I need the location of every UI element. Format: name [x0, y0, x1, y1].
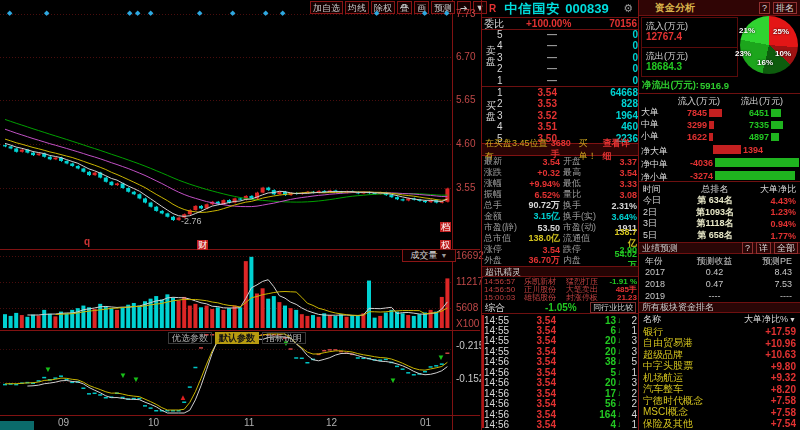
fund-analysis-panel: 资金分析 ? 排名 流入(万元) 12767.4 流出(万元) 18684.3 … — [639, 0, 800, 430]
tick-time: 14:55 — [484, 346, 516, 357]
industry-compare-button[interactable]: 同行业比较 — [590, 302, 636, 313]
forecast-year: 2017 — [645, 267, 679, 278]
forecast-year: 2018 — [645, 279, 679, 290]
sell-row: 4—0 — [497, 40, 638, 51]
scrollbar-handle[interactable] — [0, 421, 34, 430]
indicator-param-buttons: 优选参数默认参数指标说明 — [168, 332, 306, 344]
sell-volume: 0 — [557, 63, 638, 74]
news-value: 21.23 — [617, 293, 637, 302]
toolbar-button-叠[interactable]: 叠 — [397, 1, 412, 14]
signal-arrow-down-icon: ▼ — [389, 377, 397, 385]
gear-icon[interactable]: ⚙ — [623, 2, 633, 15]
flow-in-value: 7845 — [665, 108, 707, 118]
tick-time: 14:56 — [484, 398, 516, 409]
toolbar-button-均线[interactable]: 均线 — [345, 1, 369, 14]
sell-price: — — [509, 75, 557, 86]
forecast-title: 业绩预测 — [642, 242, 678, 255]
stock-header: R 中信国安 000839 ⚙ — [482, 0, 638, 17]
tick-volume: 20 — [556, 346, 616, 357]
tick-time: 14:56 — [484, 419, 516, 430]
sell-row: 2—0 — [497, 63, 638, 74]
sell-price: — — [509, 63, 557, 74]
tick-row: 14:553.5420↓3 — [484, 336, 637, 346]
flow-label: 小单 — [641, 130, 665, 143]
signal-arrow-down-icon: ▼ — [437, 354, 445, 362]
sort-down-icon[interactable]: ▼ — [789, 316, 796, 323]
forecast-row: 20170.428.43 — [641, 267, 798, 278]
toolbar-button-加自选[interactable]: 加自选 — [310, 1, 343, 14]
flow-in-bar-wrap — [707, 133, 723, 141]
stat-value: 3.37 — [608, 157, 637, 167]
flow-in-bar — [709, 121, 714, 129]
level-number: 2 — [497, 63, 509, 74]
time-axis-label: 01 — [420, 417, 431, 428]
flow-out-bar — [771, 133, 779, 141]
tick-volume: 20 — [556, 377, 616, 388]
news-row[interactable]: 15:00:03雄韬股份封涨停板21.23 — [484, 294, 637, 302]
tick-count: 3 — [621, 335, 637, 346]
tick-count: 2 — [621, 315, 637, 326]
tick-row: 14:563.54164↓4 — [484, 409, 637, 419]
quote-panel: R 中信国安 000839 ⚙ 委比 +100.00% 70156 卖盘 买盘 … — [481, 0, 639, 430]
help-button[interactable]: ? — [759, 2, 770, 14]
year-column-header: 年份 — [645, 255, 679, 266]
all-button[interactable]: 全部 — [774, 242, 798, 254]
param-button-优选参数[interactable]: 优选参数 — [168, 332, 212, 344]
level-number: 4 — [497, 121, 509, 132]
buy-price: 3.53 — [509, 98, 557, 109]
stat-value: +9.94% — [527, 179, 560, 189]
pe-column-header: 预测PE — [750, 255, 798, 266]
level-number: 3 — [497, 110, 509, 121]
composite-value: -1.05% — [545, 302, 577, 313]
tick-time: 14:56 — [484, 377, 516, 388]
buy-side-label: 买盘 — [486, 100, 497, 122]
sector-row[interactable]: 保险及其他+7.54 — [641, 418, 798, 429]
volume-indicator-selector[interactable]: 成交量 ▼ — [402, 249, 456, 262]
buy-price: 3.51 — [509, 121, 557, 132]
net-outflow-value: 5916.9 — [700, 80, 729, 91]
detail-button[interactable]: 详 — [756, 242, 771, 254]
flow-row: 中单32997335 — [641, 119, 798, 130]
tick-row: 14:563.544↓1 — [484, 420, 637, 430]
event-diamond-icon: ◆ — [374, 9, 379, 17]
composite-row: 综合 -1.05% 同行业比较 — [482, 302, 638, 314]
signal-arrow-down-icon: ▼ — [132, 376, 140, 384]
help-button[interactable]: ? — [742, 242, 753, 254]
toolbar-button-预测[interactable]: 预测 — [431, 1, 455, 14]
tick-scrollbar[interactable] — [482, 315, 484, 428]
low-price-annotation: -2.76 — [181, 216, 202, 226]
rank-netratio: 1.77% — [753, 231, 798, 241]
sector-sort-header[interactable]: 大单净比% — [744, 313, 788, 326]
level-number: 1 — [497, 75, 509, 86]
event-diamond-icon: ◆ — [197, 9, 202, 17]
stat-row: 外盘36.70万内盘54.02万 — [484, 255, 637, 266]
forecast-pe: ---- — [750, 291, 798, 302]
flow-in-value: 3299 — [665, 120, 707, 130]
sell-volume: 0 — [557, 29, 638, 40]
buy-price: 3.52 — [509, 110, 557, 121]
rank-table-header: 时间 总排名 大单净比 — [641, 183, 798, 194]
event-diamond-icon: ◆ — [280, 9, 285, 17]
level-number: 2 — [497, 98, 509, 109]
tick-time: 14:56 — [484, 409, 516, 420]
sector-netratio: +9.32 — [771, 372, 796, 383]
tick-price: 3.54 — [516, 335, 556, 346]
event-diamond-icon: ◆ — [7, 9, 12, 17]
param-button-指标说明[interactable]: 指标说明 — [262, 332, 306, 344]
ranking-button[interactable]: 排名 — [773, 2, 797, 14]
rank-row: 2日第1093名1.23% — [641, 207, 798, 218]
volume-axis-label: 16692 — [456, 250, 484, 261]
stat-value: 3.08 — [608, 190, 637, 200]
price-axis-label: 5.65 — [456, 94, 475, 105]
kline-chart-canvas[interactable] — [0, 0, 481, 430]
tick-count: 1 — [621, 325, 637, 336]
time-axis-label: 11 — [244, 417, 254, 428]
event-diamond-icon: ◆ — [263, 9, 268, 17]
sector-netratio: +7.58 — [771, 407, 796, 418]
sell-price: — — [509, 52, 557, 63]
net-flow-value: -3274 — [681, 171, 713, 181]
price-axis-label: 6.70 — [456, 51, 475, 62]
param-button-默认参数[interactable]: 默认参数 — [215, 332, 259, 344]
signal-arrow-down-icon: ▼ — [44, 366, 52, 374]
pie-slice-label: 23% — [735, 49, 751, 58]
